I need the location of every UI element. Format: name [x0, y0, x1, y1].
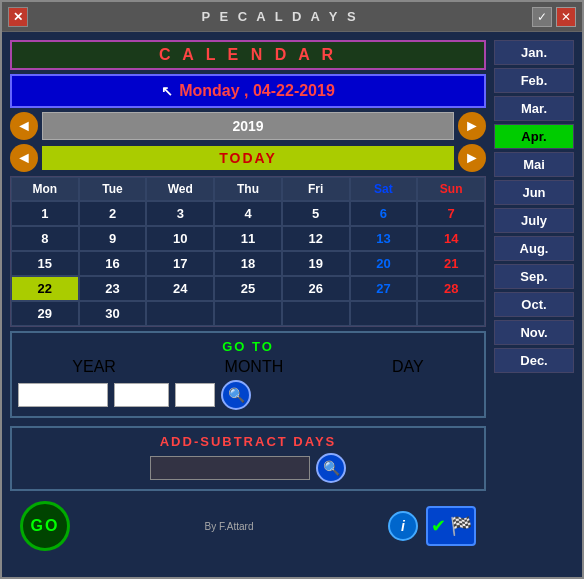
goto-section: GO TO YEAR MONTH DAY 🔍 — [10, 331, 486, 418]
day-empty-5 — [417, 301, 485, 326]
day-8[interactable]: 8 — [11, 226, 79, 251]
day-empty-3 — [282, 301, 350, 326]
month-aug[interactable]: Aug. — [494, 236, 574, 261]
content-area: C A L E N D A R ↖ Monday , 04-22-2019 ◄ … — [2, 32, 582, 577]
day-4[interactable]: 4 — [214, 201, 282, 226]
day-11[interactable]: 11 — [214, 226, 282, 251]
title-bar-left: ✕ — [8, 7, 28, 27]
left-panel: C A L E N D A R ↖ Monday , 04-22-2019 ◄ … — [10, 40, 486, 569]
bottom-right: i ✔ 🏁 — [388, 506, 476, 546]
month-mai[interactable]: Mai — [494, 152, 574, 177]
year-prev-button[interactable]: ◄ — [10, 112, 38, 140]
goto-year-input[interactable] — [18, 383, 108, 407]
today-label: TODAY — [42, 146, 454, 170]
day-29[interactable]: 29 — [11, 301, 79, 326]
month-feb[interactable]: Feb. — [494, 68, 574, 93]
day-22-today[interactable]: 22 — [11, 276, 79, 301]
title-bar-right: ✓ ✕ — [532, 7, 576, 27]
goto-month-input[interactable] — [114, 383, 169, 407]
col-header-wed: Wed — [146, 177, 214, 201]
day-20[interactable]: 20 — [350, 251, 418, 276]
day-18[interactable]: 18 — [214, 251, 282, 276]
day-27[interactable]: 27 — [350, 276, 418, 301]
day-3[interactable]: 3 — [146, 201, 214, 226]
day-26[interactable]: 26 — [282, 276, 350, 301]
calendar-week-5: 29 30 — [11, 301, 485, 326]
info-button[interactable]: i — [388, 511, 418, 541]
day-28[interactable]: 28 — [417, 276, 485, 301]
calendar-title: C A L E N D A R — [159, 46, 337, 63]
day-empty-1 — [146, 301, 214, 326]
day-19[interactable]: 19 — [282, 251, 350, 276]
day-24[interactable]: 24 — [146, 276, 214, 301]
month-oct[interactable]: Oct. — [494, 292, 574, 317]
day-6[interactable]: 6 — [350, 201, 418, 226]
month-sep[interactable]: Sep. — [494, 264, 574, 289]
check-button[interactable]: ✔ 🏁 — [426, 506, 476, 546]
day-10[interactable]: 10 — [146, 226, 214, 251]
day-1[interactable]: 1 — [11, 201, 79, 226]
month-jun[interactable]: Jun — [494, 180, 574, 205]
close-left-button[interactable]: ✕ — [8, 7, 28, 27]
day-14[interactable]: 14 — [417, 226, 485, 251]
flag-icon: 🏁 — [450, 515, 472, 537]
day-15[interactable]: 15 — [11, 251, 79, 276]
calendar-week-4: 22 23 24 25 26 27 28 — [11, 276, 485, 301]
month-next-button[interactable]: ► — [458, 144, 486, 172]
right-panel: Jan. Feb. Mar. Apr. Mai Jun July Aug. Se… — [494, 40, 574, 569]
month-mar[interactable]: Mar. — [494, 96, 574, 121]
month-dec[interactable]: Dec. — [494, 348, 574, 373]
month-nov[interactable]: Nov. — [494, 320, 574, 345]
day-25[interactable]: 25 — [214, 276, 282, 301]
go-button[interactable]: GO — [20, 501, 70, 551]
col-header-sun: Sun — [417, 177, 485, 201]
year-next-button[interactable]: ► — [458, 112, 486, 140]
current-date: Monday , 04-22-2019 — [179, 82, 335, 100]
month-jul[interactable]: July — [494, 208, 574, 233]
check-icon: ✔ — [431, 515, 446, 537]
calendar-week-3: 15 16 17 18 19 20 21 — [11, 251, 485, 276]
month-jan[interactable]: Jan. — [494, 40, 574, 65]
day-17[interactable]: 17 — [146, 251, 214, 276]
col-header-mon: Mon — [11, 177, 79, 201]
day-empty-2 — [214, 301, 282, 326]
col-header-sat: Sat — [350, 177, 418, 201]
day-21[interactable]: 21 — [417, 251, 485, 276]
year-nav: ◄ ► — [10, 112, 486, 140]
day-30[interactable]: 30 — [79, 301, 147, 326]
day-16[interactable]: 16 — [79, 251, 147, 276]
month-label: MONTH — [225, 358, 284, 376]
window-title: P E C A L D A Y S — [28, 9, 532, 24]
goto-day-input[interactable] — [175, 383, 215, 407]
day-empty-4 — [350, 301, 418, 326]
year-input[interactable] — [42, 112, 454, 140]
calendar-week-1: 1 2 3 4 5 6 7 — [11, 201, 485, 226]
addsub-input[interactable] — [150, 456, 310, 480]
calendar-grid: Mon Tue Wed Thu Fri Sat Sun 1 2 3 4 5 6 … — [10, 176, 486, 327]
day-13[interactable]: 13 — [350, 226, 418, 251]
addsub-inputs: 🔍 — [18, 453, 478, 483]
close-button[interactable]: ✕ — [556, 7, 576, 27]
col-header-fri: Fri — [282, 177, 350, 201]
month-prev-button[interactable]: ◄ — [10, 144, 38, 172]
addsub-search-button[interactable]: 🔍 — [316, 453, 346, 483]
month-apr[interactable]: Apr. — [494, 124, 574, 149]
day-12[interactable]: 12 — [282, 226, 350, 251]
day-5[interactable]: 5 — [282, 201, 350, 226]
goto-inputs: 🔍 — [18, 380, 478, 410]
attard-label: By F.Attard — [205, 521, 254, 532]
day-2[interactable]: 2 — [79, 201, 147, 226]
goto-search-button[interactable]: 🔍 — [221, 380, 251, 410]
minimize-button[interactable]: ✓ — [532, 7, 552, 27]
goto-title: GO TO — [18, 339, 478, 354]
day-9[interactable]: 9 — [79, 226, 147, 251]
goto-labels: YEAR MONTH DAY — [18, 358, 478, 376]
day-23[interactable]: 23 — [79, 276, 147, 301]
calendar-header: C A L E N D A R — [10, 40, 486, 70]
calendar-header-row: Mon Tue Wed Thu Fri Sat Sun — [11, 177, 485, 201]
col-header-thu: Thu — [214, 177, 282, 201]
main-window: ✕ P E C A L D A Y S ✓ ✕ C A L E N D A R … — [0, 0, 584, 579]
day-7[interactable]: 7 — [417, 201, 485, 226]
date-display: ↖ Monday , 04-22-2019 — [10, 74, 486, 108]
title-bar: ✕ P E C A L D A Y S ✓ ✕ — [2, 2, 582, 32]
